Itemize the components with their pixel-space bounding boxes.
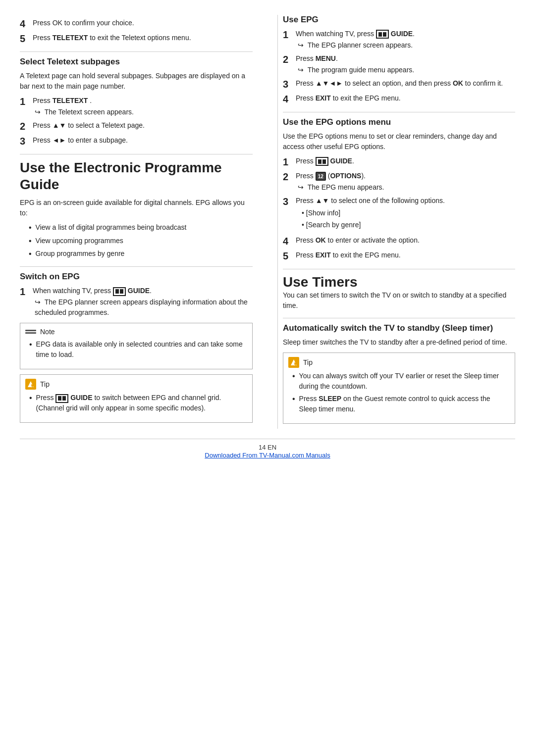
guide-icon bbox=[113, 287, 126, 296]
use-epg-step-1: 1 When watching TV, press GUIDE. ↪ The E… bbox=[283, 29, 515, 50]
epg-bullet-list: View a list of digital programmes being … bbox=[29, 222, 253, 259]
step-4: 4 Press OK to confirm your choice. bbox=[20, 18, 253, 30]
use-timers-heading: Use Timers bbox=[283, 274, 515, 290]
divider-3 bbox=[20, 266, 253, 267]
note-bullet-list: EPG data is available only in selected c… bbox=[29, 339, 247, 360]
auto-switch-intro: Sleep timer switches the TV to standby a… bbox=[283, 337, 515, 348]
switch-epg-heading: Switch on EPG bbox=[20, 272, 253, 282]
epg-opt-step-3: 3 Press ▲▼ to select one of the followin… bbox=[283, 196, 515, 232]
step4-text: Press OK to confirm your choice. bbox=[33, 19, 134, 27]
note-box-header: Note bbox=[25, 327, 247, 336]
auto-switch-section: Automatically switch the TV to standby (… bbox=[283, 323, 515, 348]
epg-intro-section: Use the Electronic Programme Guide EPG i… bbox=[20, 159, 253, 259]
note-icon bbox=[25, 327, 36, 336]
epg-opt-step-1: 1 Press GUIDE. bbox=[283, 156, 515, 168]
tip-icon: ✱ bbox=[25, 379, 36, 390]
epg-options-section: Use the EPG options menu Use the EPG opt… bbox=[283, 117, 515, 262]
teletext-step-1: 1 Press TELETEXT . ↪ The Teletext screen… bbox=[20, 96, 253, 117]
use-epg-step-4: 4 Press EXIT to exit the EPG menu. bbox=[283, 93, 515, 105]
footer: 14 EN Downloaded From TV-Manual.com Manu… bbox=[20, 439, 515, 459]
epg-intro: EPG is an on-screen guide available for … bbox=[20, 198, 253, 218]
use-timers-intro: You can set timers to switch the TV on o… bbox=[283, 290, 515, 311]
epg-opt-step-5: 5 Press EXIT to exit the EPG menu. bbox=[283, 250, 515, 262]
tip-label: Tip bbox=[40, 380, 50, 388]
exit-key: EXIT bbox=[316, 93, 331, 103]
tip-bullet-list: Press GUIDE to switch between EPG and ch… bbox=[29, 393, 247, 413]
use-epg-heading: Use EPG bbox=[283, 15, 515, 25]
epg-bullet-1: View a list of digital programmes being … bbox=[29, 222, 253, 233]
epg-bullet-2: View upcoming programmes bbox=[29, 236, 253, 247]
tip-icon-2: ✱ bbox=[288, 357, 299, 368]
guide-icon-4 bbox=[316, 157, 328, 166]
teletext-subpages-heading: Select Teletext subpages bbox=[20, 57, 253, 67]
epg-bullet-3: Group programmes by genre bbox=[29, 249, 253, 259]
epg-opt-step-2: 2 Press 12 (OPTIONS). ↪ The EPG menu app… bbox=[283, 171, 515, 193]
tip-box-2-header: ✱ Tip bbox=[288, 357, 510, 368]
divider-1 bbox=[20, 51, 253, 52]
guide-icon-3 bbox=[376, 30, 389, 39]
step5-text-before: Press bbox=[33, 34, 53, 42]
step5-text-after: to exit the Teletext options menu. bbox=[88, 34, 191, 42]
teletext-subpages-section: Select Teletext subpages A Teletext page… bbox=[20, 57, 253, 147]
tip-box: ✱ Tip Press GUIDE to switch between EPG … bbox=[20, 374, 253, 423]
tip-bullet-1: Press GUIDE to switch between EPG and ch… bbox=[29, 393, 247, 413]
tip-box-header: ✱ Tip bbox=[25, 379, 247, 390]
guide-icon-2 bbox=[55, 394, 68, 403]
use-epg-section: Use EPG 1 When watching TV, press GUIDE.… bbox=[283, 15, 515, 105]
tip-2-bullet-list: You can always switch off your TV earlie… bbox=[292, 371, 510, 414]
step-5: 5 Press TELETEXT to exit the Teletext op… bbox=[20, 33, 253, 45]
tip-2-bullet-1: You can always switch off your TV earlie… bbox=[292, 371, 510, 392]
teletext-step-2: 2 Press ▲▼ to select a Teletext page. bbox=[20, 120, 253, 132]
sub-bullet-list: [Show info] [Search by genre] bbox=[302, 208, 515, 230]
footer-link[interactable]: Downloaded From TV-Manual.com Manuals bbox=[205, 452, 330, 459]
epg-options-intro: Use the EPG options menu to set or clear… bbox=[283, 131, 515, 152]
svg-text:✱: ✱ bbox=[31, 383, 35, 388]
use-timers-section: Use Timers You can set timers to switch … bbox=[283, 274, 515, 311]
teletext-key: TELETEXT bbox=[53, 33, 88, 43]
switch-epg-section: Switch on EPG 1 When watching TV, press … bbox=[20, 272, 253, 318]
sub-bullet-show-info: [Show info] bbox=[302, 208, 515, 218]
menu-key: MENU bbox=[316, 53, 336, 64]
options-icon: 12 bbox=[316, 172, 326, 181]
teletext-step-3: 3 Press ◄► to enter a subpage. bbox=[20, 135, 253, 147]
sleep-key: SLEEP bbox=[319, 394, 341, 404]
epg-options-heading: Use the EPG options menu bbox=[283, 117, 515, 127]
divider-r2 bbox=[283, 269, 515, 269]
teletext-key-2: TELETEXT bbox=[53, 96, 88, 106]
divider-r1 bbox=[283, 112, 515, 112]
epg-opt-step-4: 4 Press OK to enter or activate the opti… bbox=[283, 235, 515, 247]
svg-text:✱: ✱ bbox=[294, 361, 298, 366]
switch-epg-step-1: 1 When watching TV, press GUIDE. ↪ The E… bbox=[20, 286, 253, 318]
divider-r3 bbox=[283, 318, 515, 318]
teletext-subpages-intro: A Teletext page can hold several subpage… bbox=[20, 71, 253, 92]
note-box: Note EPG data is available only in selec… bbox=[20, 323, 253, 369]
tip-2-bullet-2: Press SLEEP on the Guest remote control … bbox=[292, 394, 510, 414]
note-label: Note bbox=[40, 328, 55, 336]
right-column: Use EPG 1 When watching TV, press GUIDE.… bbox=[277, 15, 515, 429]
tip-label-2: Tip bbox=[303, 358, 313, 366]
top-steps: 4 Press OK to confirm your choice. 5 Pre… bbox=[20, 18, 253, 45]
epg-main-heading: Use the Electronic Programme Guide bbox=[20, 159, 253, 193]
divider-2 bbox=[20, 154, 253, 154]
note-bullet-1: EPG data is available only in selected c… bbox=[29, 339, 247, 360]
page-number: 14 EN bbox=[259, 444, 276, 451]
tip-box-2: ✱ Tip You can always switch off your TV … bbox=[283, 353, 515, 424]
use-epg-step-3: 3 Press ▲▼◄► to select an option, and th… bbox=[283, 78, 515, 90]
sub-bullet-search-genre: [Search by genre] bbox=[302, 220, 515, 230]
use-epg-step-2: 2 Press MENU. ↪ The program guide menu a… bbox=[283, 53, 515, 75]
left-column: 4 Press OK to confirm your choice. 5 Pre… bbox=[20, 15, 258, 429]
auto-switch-heading: Automatically switch the TV to standby (… bbox=[283, 323, 515, 333]
